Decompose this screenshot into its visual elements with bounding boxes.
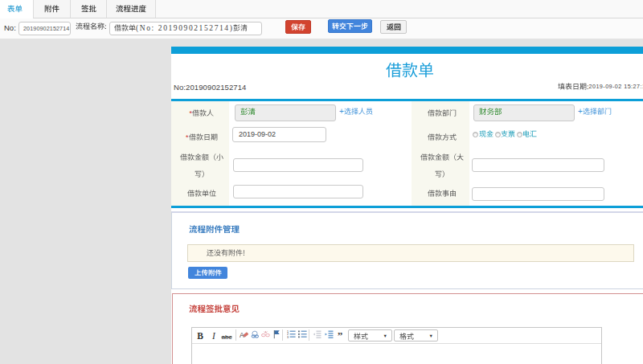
svg-text:3: 3: [287, 336, 289, 339]
